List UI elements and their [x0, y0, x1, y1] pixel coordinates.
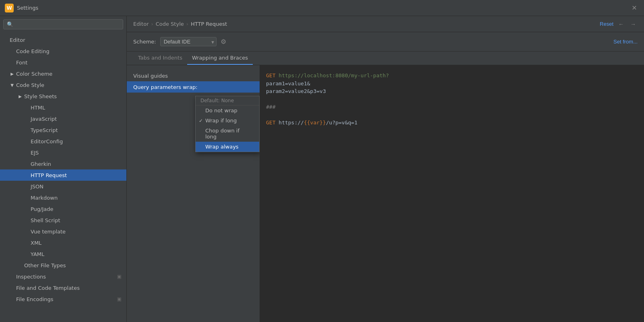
- sidebar-item-label: File and Code Templates: [16, 285, 80, 291]
- sidebar-item-html[interactable]: HTML: [0, 102, 126, 113]
- dropdown-item-wrap-wrap-always: Wrap always: [196, 142, 259, 152]
- sidebar-item-label: Inspections: [16, 274, 46, 280]
- sidebar-item-label: Style Sheets: [24, 93, 57, 99]
- dropdown-popup: Default: None Do not wrap✓Wrap if longCh…: [195, 96, 260, 152]
- sidebar-item-label: Other File Types: [24, 262, 66, 268]
- close-button[interactable]: ✕: [630, 3, 639, 13]
- code-url: https://localhost:8080/my-url-path?: [279, 72, 389, 78]
- visual-guides-row: Visual guides: [127, 70, 260, 81]
- code-preview: GET https://localhost:8080/my-url-path? …: [260, 65, 644, 322]
- sidebar-item-markdown[interactable]: Markdown: [0, 192, 126, 203]
- dropdown-item-wrap-always[interactable]: Wrap always: [196, 142, 259, 152]
- sidebar-item-label: XML: [31, 240, 41, 246]
- code-keyword: GET: [266, 120, 275, 126]
- check-icon: ✓: [199, 118, 203, 124]
- breadcrumb-current: HTTP Request: [191, 21, 227, 27]
- arrow-icon: ▶: [18, 94, 23, 99]
- dropdown-items: Do not wrap✓Wrap if longChop down if lon…: [196, 105, 259, 152]
- config-icon: ▣: [117, 274, 122, 279]
- sidebar-item-yaml[interactable]: YAML: [0, 248, 126, 260]
- app-icon: W: [5, 4, 14, 12]
- reset-button[interactable]: Reset: [600, 21, 613, 27]
- forward-button[interactable]: →: [629, 20, 638, 29]
- sidebar-item-label: Pug/Jade: [31, 206, 54, 212]
- sidebar-item-code-style[interactable]: ▼Code Style: [0, 79, 126, 91]
- sidebar-item-http-request[interactable]: HTTP Request: [0, 169, 126, 181]
- breadcrumb-actions: Reset ← →: [600, 20, 638, 29]
- sidebar-item-color-scheme[interactable]: ▶Color Scheme: [0, 68, 126, 79]
- sidebar-item-label: EJS: [31, 150, 39, 156]
- code-url: https://{{var}}/u?p=v&q=1: [279, 120, 357, 126]
- dropdown-item-wrap-if-long[interactable]: ✓Wrap if long: [196, 116, 259, 126]
- sidebar-item-style-sheets[interactable]: ▶Style Sheets: [0, 91, 126, 102]
- sidebar-item-ejs[interactable]: EJS: [0, 147, 126, 158]
- sidebar-item-other-file-types[interactable]: Other File Types: [0, 260, 126, 271]
- sidebar-item-gherkin[interactable]: Gherkin: [0, 158, 126, 169]
- sidebar-item-label: File Encodings: [16, 296, 54, 302]
- query-params-wrap-label: Query parameters wrap:: [133, 84, 253, 90]
- code-param: param2=value2&p3=v3: [266, 88, 326, 94]
- code-comment: ###: [266, 104, 275, 110]
- sidebar-item-file-encodings[interactable]: File Encodings▣: [0, 293, 126, 305]
- sidebar-item-label: Gherkin: [31, 161, 51, 167]
- scheme-select[interactable]: Default IDE Project: [160, 37, 217, 46]
- dropdown-item-do-not-wrap[interactable]: Do not wrap: [196, 105, 259, 116]
- dropdown-header: Default: None: [196, 96, 259, 105]
- dropdown-item-label: Chop down if long: [205, 128, 250, 140]
- sidebar-item-inspections[interactable]: Inspections▣: [0, 271, 126, 282]
- sidebar-item-label: Vue template: [31, 229, 66, 235]
- scheme-label: Scheme:: [133, 39, 156, 45]
- sidebar-item-label: Editor: [10, 37, 25, 43]
- search-input[interactable]: [3, 19, 123, 29]
- sidebar-item-xml[interactable]: XML: [0, 237, 126, 248]
- dropdown-item-chop-down-if-long[interactable]: Chop down if long: [196, 126, 259, 142]
- scheme-row: Scheme: Default IDE Project ⚙ Set from..…: [127, 32, 644, 52]
- sidebar-item-typescript[interactable]: TypeScript: [0, 124, 126, 136]
- sidebar-item-label: Code Style: [16, 82, 44, 88]
- sidebar-item-javascript[interactable]: JavaScript: [0, 113, 126, 124]
- dropdown-item-wrap-chop-down-if-long: Chop down if long: [196, 126, 259, 142]
- content-area: Editor › Code Style › HTTP Request Reset…: [127, 16, 644, 322]
- sidebar-item-label: Font: [16, 60, 27, 66]
- sidebar-item-label: Color Scheme: [16, 71, 52, 77]
- tab-tabs-indents[interactable]: Tabs and Indents: [133, 52, 187, 65]
- tabs-row: Tabs and Indents Wrapping and Braces: [127, 52, 644, 65]
- tab-wrapping-braces[interactable]: Wrapping and Braces: [187, 52, 253, 65]
- dropdown-item-wrap-wrap-if-long: ✓Wrap if long: [196, 116, 259, 126]
- sidebar-item-file-code-templates[interactable]: File and Code Templates: [0, 282, 126, 293]
- query-params-wrap-row[interactable]: Query parameters wrap: Default: None Do …: [127, 81, 260, 93]
- dropdown-item-label: Do not wrap: [205, 107, 237, 114]
- dropdown-item-label: Wrap if long: [205, 118, 237, 124]
- code-param: param1=value1&: [266, 80, 310, 87]
- code-template: {{var}}: [304, 120, 326, 126]
- sidebar-item-label: TypeScript: [31, 127, 58, 133]
- sidebar: EditorCode EditingFont▶Color Scheme▼Code…: [0, 16, 127, 322]
- window-title: Settings: [17, 5, 630, 11]
- breadcrumb-bar: Editor › Code Style › HTTP Request Reset…: [127, 16, 644, 32]
- settings-window: W Settings ✕ EditorCode EditingFont▶Colo…: [0, 0, 644, 322]
- title-bar: W Settings ✕: [0, 0, 644, 16]
- sidebar-item-label: HTTP Request: [31, 172, 67, 178]
- sidebar-item-json[interactable]: JSON: [0, 181, 126, 192]
- code-preview-panel: GET https://localhost:8080/my-url-path? …: [260, 65, 644, 322]
- sidebar-item-shell-script[interactable]: Shell Script: [0, 215, 126, 226]
- scheme-gear-button[interactable]: ⚙: [221, 38, 226, 45]
- sidebar-item-editor[interactable]: Editor: [0, 34, 126, 45]
- breadcrumb-code-style: Code Style: [156, 21, 184, 27]
- sidebar-item-label: JavaScript: [31, 116, 57, 122]
- sidebar-item-font[interactable]: Font: [0, 57, 126, 68]
- breadcrumb-sep-1: ›: [151, 21, 153, 27]
- sidebar-item-label: Code Editing: [16, 48, 50, 54]
- set-from-button[interactable]: Set from...: [613, 39, 638, 45]
- settings-left: Visual guides Query parameters wrap: Def…: [127, 65, 260, 322]
- breadcrumb: Editor › Code Style › HTTP Request: [133, 21, 227, 27]
- sidebar-item-label: EditorConfig: [31, 138, 63, 144]
- sidebar-item-pug-jade[interactable]: Pug/Jade: [0, 203, 126, 215]
- sidebar-item-code-editing[interactable]: Code Editing: [0, 45, 126, 57]
- arrow-icon: ▶: [10, 72, 14, 76]
- breadcrumb-sep-2: ›: [186, 21, 188, 27]
- sidebar-item-editorconfig[interactable]: EditorConfig: [0, 136, 126, 147]
- back-button[interactable]: ←: [617, 20, 625, 29]
- sidebar-item-vue-template[interactable]: Vue template: [0, 226, 126, 237]
- sidebar-tree: EditorCode EditingFont▶Color Scheme▼Code…: [0, 33, 126, 322]
